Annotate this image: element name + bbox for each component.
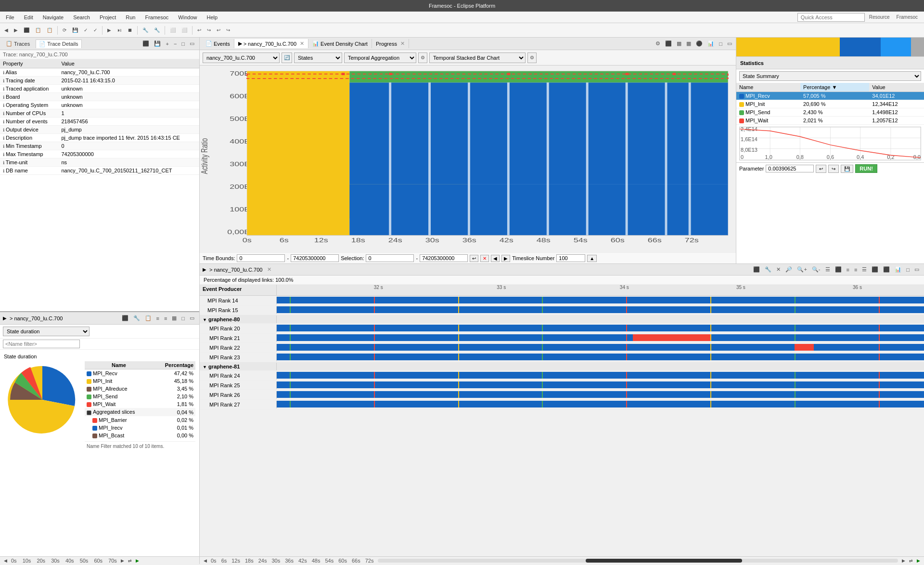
ev-refresh-btn[interactable]: 🔄 <box>282 53 292 63</box>
type-select[interactable]: States <box>294 53 342 63</box>
toolbar-btn-3[interactable]: ⬛ <box>21 26 32 34</box>
br-scroll-thumb[interactable] <box>586 559 742 563</box>
br-zoom-in[interactable]: 🔍+ <box>795 265 808 274</box>
menu-run[interactable]: Run <box>124 13 137 21</box>
br-scroll-left[interactable]: ◀ <box>202 557 209 564</box>
stats-pct-header[interactable]: Percentage ▼ <box>800 83 869 92</box>
stats-val-header[interactable]: Value <box>869 83 924 92</box>
br-btn-3[interactable]: ✕ <box>774 265 783 274</box>
toolbar-btn-7[interactable]: 💾 <box>70 26 80 34</box>
panel-btn-max[interactable]: ▭ <box>188 39 196 48</box>
br-tab-close[interactable]: ✕ <box>267 266 271 273</box>
br-btn-5[interactable]: ☰ <box>823 265 832 274</box>
name-filter-input[interactable] <box>3 340 80 348</box>
time-cancel-btn[interactable]: ✕ <box>480 255 489 262</box>
toolbar-btn-17[interactable]: ↩ <box>195 26 204 34</box>
framesoc-button[interactable]: Framesoc <box>894 13 920 21</box>
br-scroll-right[interactable]: ▶ <box>900 557 907 564</box>
summary-select[interactable]: State Summary <box>739 71 921 81</box>
br-min-btn[interactable]: □ <box>904 265 911 274</box>
menu-edit[interactable]: Edit <box>22 13 35 21</box>
br-scroll-play[interactable]: ▶ <box>915 557 922 564</box>
toolbar-btn-9[interactable]: ✓ <box>91 26 100 34</box>
bl-btn-2[interactable]: 🔧 <box>131 314 142 322</box>
bl-btn-min[interactable]: □ <box>180 314 187 322</box>
sel-end-input[interactable] <box>420 254 468 262</box>
tl-back-btn[interactable]: ◀ <box>2 557 9 564</box>
toolbar-btn-2[interactable]: ▶ <box>12 26 20 34</box>
br-btn-8[interactable]: ≡ <box>852 265 859 274</box>
ev-chart-btn[interactable]: 📊 <box>706 39 716 48</box>
toolbar-btn-10[interactable]: ▶ <box>105 26 114 34</box>
trace-details-tab[interactable]: 📄 Trace Details <box>36 39 81 48</box>
toolbar-btn-6[interactable]: ⟳ <box>60 26 69 34</box>
br-btn-7[interactable]: ≡ <box>845 265 851 274</box>
menu-framesoc[interactable]: Framesoc <box>143 13 170 21</box>
trace-tab-close[interactable]: ✕ <box>300 40 304 47</box>
br-btn-10[interactable]: ⬛ <box>870 265 880 274</box>
ev-btn-2[interactable]: ▦ <box>684 39 693 48</box>
bl-btn-max[interactable]: ▭ <box>188 314 196 322</box>
toolbar-btn-11[interactable]: ⏯ <box>115 26 124 34</box>
panel-btn-add[interactable]: + <box>164 39 170 48</box>
ev-btn-1[interactable]: ⬛ <box>663 39 674 48</box>
ev-grid-btn[interactable]: ▦ <box>675 39 683 48</box>
br-btn-2[interactable]: 🔧 <box>763 265 773 274</box>
panel-btn-remove[interactable]: − <box>172 39 179 48</box>
toolbar-btn-14[interactable]: 🔧 <box>152 26 162 34</box>
ev-max-btn[interactable]: ▭ <box>725 39 734 48</box>
toolbar-btn-12[interactable]: ⏹ <box>125 26 135 34</box>
time-end-input[interactable] <box>291 254 339 262</box>
timeslice-input[interactable] <box>556 254 585 262</box>
events-tab-events[interactable]: 📄 Events <box>202 39 234 48</box>
menu-search[interactable]: Search <box>71 13 92 21</box>
menu-window[interactable]: Window <box>176 13 199 21</box>
ev-settings-btn[interactable]: ⚙ <box>654 39 662 48</box>
time-next-btn[interactable]: ▶ <box>501 255 510 262</box>
panel-btn-min[interactable]: □ <box>180 39 187 48</box>
tl-reset-btn[interactable]: ⇄ <box>126 557 134 564</box>
time-start-input[interactable] <box>237 254 285 262</box>
bl-btn-4[interactable]: ≡ <box>154 314 161 322</box>
br-btn-11[interactable]: ⬛ <box>881 265 892 274</box>
progress-tab-close[interactable]: ✕ <box>400 40 405 47</box>
br-max-btn[interactable]: ▭ <box>912 265 921 274</box>
time-refresh-btn[interactable]: ↩ <box>470 255 478 262</box>
aggregation-select[interactable]: Temporal Aggregation <box>344 53 416 63</box>
panel-btn-1[interactable]: ⬛ <box>141 39 151 48</box>
ev-chart-settings-btn[interactable]: ⚙ <box>527 53 537 63</box>
menu-navigate[interactable]: Navigate <box>41 13 65 21</box>
param-fwd-btn[interactable]: ↪ <box>828 165 839 173</box>
panel-btn-2[interactable]: 💾 <box>152 39 163 48</box>
ev-min-btn[interactable]: □ <box>717 39 724 48</box>
param-back-btn[interactable]: ↩ <box>816 165 826 173</box>
toolbar-btn-13[interactable]: 🔧 <box>140 26 151 34</box>
toolbar-btn-15[interactable]: ⬜ <box>167 26 178 34</box>
br-btn-4[interactable]: 🔎 <box>783 265 794 274</box>
toolbar-btn-18[interactable]: ↪ <box>205 26 213 34</box>
menu-project[interactable]: Project <box>98 13 118 21</box>
traces-tab[interactable]: 📋 Traces <box>3 39 33 48</box>
param-save-btn[interactable]: 💾 <box>841 165 853 173</box>
tl-play-btn[interactable]: ▶ <box>134 557 141 564</box>
bl-btn-3[interactable]: 📋 <box>143 314 154 322</box>
br-scroll-track[interactable] <box>378 559 898 563</box>
state-duration-select[interactable]: State duration <box>3 327 90 336</box>
menu-file[interactable]: File <box>4 13 16 21</box>
bl-btn-1[interactable]: ⬛ <box>120 314 130 322</box>
toolbar-btn-8[interactable]: ✓ <box>81 26 90 34</box>
timeslice-up[interactable]: ▲ <box>587 255 597 262</box>
events-tab-trace[interactable]: ▶ > nancy_700_lu.C.700 ✕ <box>234 39 308 48</box>
chart-select[interactable]: Temporal Stacked Bar Chart <box>429 53 526 63</box>
br-btn-9[interactable]: ☰ <box>860 265 869 274</box>
bl-btn-6[interactable]: ▦ <box>170 314 179 322</box>
events-tab-density[interactable]: 📊 Event Density Chart <box>308 39 372 48</box>
parameter-input[interactable] <box>766 165 814 172</box>
ev-settings-btn2[interactable]: ⚙ <box>418 53 427 63</box>
br-zoom-out[interactable]: 🔍- <box>810 265 822 274</box>
resource-button[interactable]: Resource <box>867 13 892 21</box>
toolbar-btn-5[interactable]: 📋 <box>44 26 55 34</box>
toolbar-btn-16[interactable]: ⬜ <box>179 26 190 34</box>
quick-access-input[interactable] <box>797 13 865 22</box>
br-btn-1[interactable]: ⬛ <box>751 265 762 274</box>
